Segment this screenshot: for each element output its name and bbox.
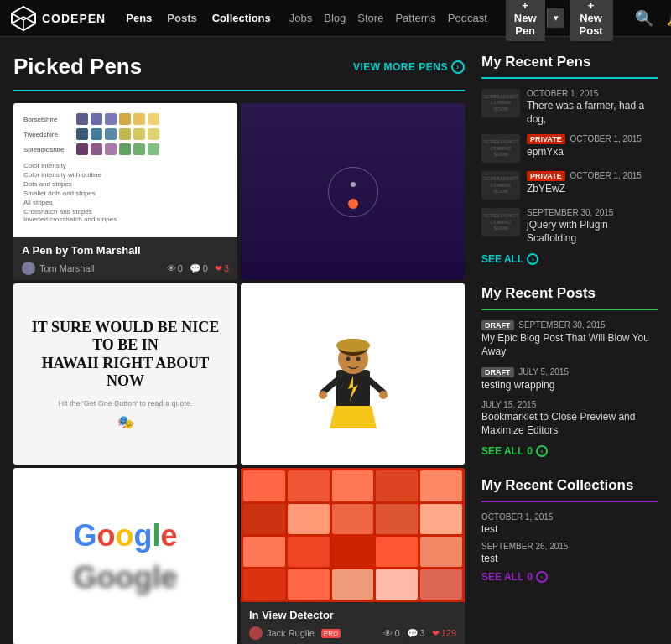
see-all-posts-link[interactable]: SEE ALL 0 › — [481, 445, 658, 457]
svg-point-10 — [346, 357, 350, 361]
list-item: OCTOBER 1, 2015 test — [481, 512, 658, 535]
list-item: SCREENSHOTCOMING SOON PRIVATE OCTOBER 1,… — [481, 171, 658, 200]
nav-collections[interactable]: Collections — [205, 8, 278, 28]
private-badge: PRIVATE — [527, 134, 565, 144]
pen-info: A Pen by Tom Marshall Tom Marshall 👁 0 💬… — [13, 237, 237, 280]
title-underline — [13, 90, 465, 91]
pen-card[interactable]: Google Google Bouncing text Steve Robert… — [13, 468, 237, 644]
purple-underline — [481, 501, 658, 502]
pen-title: jQuery with Plugin Scaffolding — [527, 219, 658, 245]
svg-line-2 — [12, 17, 23, 23]
circle-arrow-icon: › — [451, 60, 465, 74]
new-pen-button[interactable]: + New Pen — [506, 0, 545, 41]
my-recent-collections-section: My Recent Collections OCTOBER 1, 2015 te… — [481, 477, 658, 583]
my-recent-pens-title: My Recent Pens — [481, 54, 658, 70]
nav-jobs[interactable]: Jobs — [284, 8, 317, 28]
pen-thumbnail: SCREENSHOTCOMING SOON — [481, 171, 520, 200]
svg-point-11 — [356, 357, 360, 361]
codepen-logo-icon — [10, 5, 37, 32]
pen-thumbnail: SCREENSHOTCOMING SOON — [481, 134, 520, 163]
list-item: SEPTEMBER 26, 2015 test — [481, 542, 658, 564]
pen-thumbnail: SCREENSHOTCOMING SOON — [481, 208, 520, 236]
pen-date: PRIVATE OCTOBER 1, 2015 — [527, 134, 642, 144]
collection-name: test — [481, 553, 658, 564]
list-item: SCREENSHOTCOMING SOON PRIVATE OCTOBER 1,… — [481, 134, 658, 163]
pen-preview — [241, 468, 465, 602]
pen-title: There was a farmer, had a dog, — [527, 100, 658, 126]
nav-pens[interactable]: Pens — [119, 8, 159, 28]
list-item: DRAFT SEPTEMBER 30, 2015 My Epic Blog Po… — [481, 320, 658, 358]
post-date: DRAFT JULY 5, 2015 — [481, 367, 658, 377]
pen-card[interactable]: In View Detector Jack RugilePRO 👁 0 💬 3 … — [241, 468, 465, 644]
logo[interactable]: CODEPEN — [10, 5, 106, 32]
nav-blog[interactable]: Blog — [319, 8, 351, 28]
pen-card[interactable]: A Pen by Mazil Mazil 👁 0 💬 0 ❤ 11 — [241, 103, 465, 280]
svg-point-9 — [336, 339, 370, 352]
notifications-button[interactable]: 🔔 — [663, 6, 671, 31]
list-item: JULY 15, 2015 Bookmarklet to Close Previ… — [481, 400, 658, 437]
list-item: SCREENSHOTCOMING SOON OCTOBER 1, 2015 Th… — [481, 89, 658, 126]
draft-badge: DRAFT — [481, 367, 514, 377]
collection-name: test — [481, 523, 658, 535]
see-all-circle-icon: › — [527, 253, 538, 265]
nav-patterns[interactable]: Patterns — [390, 8, 440, 28]
svg-point-14 — [319, 391, 327, 399]
pen-title: A Pen by Tom Marshall — [22, 244, 229, 257]
secondary-nav: Jobs Blog Store Patterns Podcast — [284, 8, 492, 28]
pen-date: PRIVATE OCTOBER 1, 2015 — [527, 171, 642, 181]
svg-marker-6 — [330, 406, 377, 428]
svg-line-13 — [370, 381, 383, 392]
my-recent-posts-title: My Recent Posts — [481, 285, 658, 302]
my-recent-collections-title: My Recent Collections — [481, 477, 658, 494]
pen-grid: Borsetshire Tweedshire — [13, 103, 465, 644]
pen-stats: 👁 0 💬 0 ❤ 3 — [167, 263, 229, 274]
pen-preview — [241, 103, 465, 280]
pen-preview: Google Google — [13, 468, 237, 644]
page-title: Picked Pens — [13, 54, 142, 80]
list-item: SCREENSHOTCOMING SOON SEPTEMBER 30, 2015… — [481, 208, 658, 245]
svg-line-3 — [23, 17, 35, 23]
pen-preview — [241, 283, 465, 465]
pen-title: epmYxa — [527, 146, 642, 159]
list-item: DRAFT JULY 5, 2015 testing wrapping — [481, 367, 658, 392]
my-recent-posts-section: My Recent Posts DRAFT SEPTEMBER 30, 2015… — [481, 285, 658, 457]
post-title: Bookmarklet to Close Preview and Maximiz… — [481, 411, 658, 437]
pen-card[interactable]: Oefening 6 ⚙ Casper Boutens 👁 0 💬 0 ❤ 9 — [241, 283, 465, 465]
svg-point-15 — [379, 391, 388, 399]
nav-posts[interactable]: Posts — [160, 8, 203, 28]
character-illustration — [311, 315, 395, 433]
green-underline — [481, 309, 658, 310]
left-column: Picked Pens VIEW MORE PENS › Borsetshire — [13, 54, 465, 644]
my-recent-pens-section: My Recent Pens SCREENSHOTCOMING SOON OCT… — [481, 54, 658, 265]
see-all-collections-link[interactable]: SEE ALL 0 › — [481, 571, 658, 583]
nav-podcast[interactable]: Podcast — [443, 8, 492, 28]
pen-meta: Tom Marshall 👁 0 💬 0 ❤ 3 — [22, 262, 229, 275]
pen-title: In View Detector — [249, 609, 456, 621]
pen-title: ZbYEwZ — [527, 183, 642, 196]
navbar: CODEPEN Pens Posts Collections Jobs Blog… — [0, 0, 671, 37]
nav-store[interactable]: Store — [352, 8, 388, 28]
see-all-posts-circle-icon: › — [536, 445, 548, 457]
see-all-pens-link[interactable]: SEE ALL › — [481, 253, 658, 265]
pen-thumbnail: SCREENSHOTCOMING SOON — [481, 89, 520, 117]
pen-preview: IT SURE WOULD BE NICE TO BE INHAWAII RIG… — [13, 283, 237, 465]
svg-line-12 — [323, 381, 336, 392]
private-badge: PRIVATE — [527, 171, 565, 181]
pen-author: Tom Marshall — [22, 262, 94, 275]
new-pen-dropdown-button[interactable]: ▾ — [547, 8, 564, 28]
pen-date: OCTOBER 1, 2015 — [527, 89, 658, 98]
search-button[interactable]: 🔍 — [632, 6, 657, 31]
pen-preview: Borsetshire Tweedshire — [13, 103, 237, 237]
pen-card[interactable]: Borsetshire Tweedshire — [13, 103, 237, 280]
post-title: testing wrapping — [481, 379, 658, 392]
cyan-underline — [481, 77, 658, 79]
pen-card[interactable]: IT SURE WOULD BE NICE TO BE INHAWAII RIG… — [13, 283, 237, 465]
post-title: My Epic Blog Post That Will Blow You Awa… — [481, 332, 658, 358]
right-column: My Recent Pens SCREENSHOTCOMING SOON OCT… — [481, 54, 658, 644]
collection-date: OCTOBER 1, 2015 — [481, 512, 658, 522]
new-post-button[interactable]: + New Post — [570, 0, 613, 41]
section-header: Picked Pens VIEW MORE PENS › — [13, 54, 465, 80]
view-more-pens-link[interactable]: VIEW MORE PENS › — [353, 60, 465, 74]
draft-badge: DRAFT — [481, 320, 514, 330]
primary-nav: Pens Posts Collections — [119, 8, 278, 28]
